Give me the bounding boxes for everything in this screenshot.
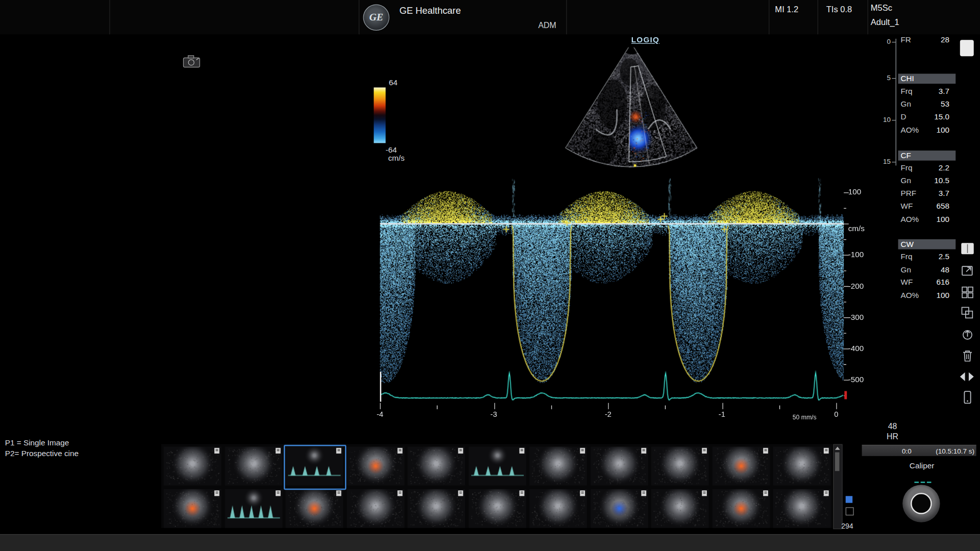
image-store-icon[interactable] (183, 55, 202, 69)
sweep-speed-label: 50 mm/s (793, 414, 817, 420)
trackball-mode-label: Caliper (894, 462, 950, 471)
clipboard-count: 294 (841, 522, 853, 530)
param-row: PRF 3.7 (900, 189, 949, 199)
probe-name: M5Sc (871, 3, 892, 12)
param-label: Gn (900, 176, 911, 186)
x-tick-label: -3 (486, 410, 501, 418)
param-row: AO% 100 (900, 215, 949, 225)
depth-tick (892, 120, 895, 120)
copy-transfer-button[interactable] (960, 306, 975, 320)
depth-ruler (896, 39, 896, 166)
param-label: AO% (900, 126, 919, 136)
param-row: AO% 100 (900, 126, 949, 136)
param-label: WF (900, 278, 913, 288)
param-row: Frq 3.7 (900, 87, 949, 97)
scrollbar-up-arrow-icon[interactable] (835, 447, 840, 450)
topbar-separator (109, 0, 110, 34)
topbar-separator (868, 0, 868, 34)
hr-label: HR (880, 432, 905, 441)
trackball-center (911, 493, 932, 514)
param-label: Frq (900, 164, 912, 174)
param-value: 48 (941, 265, 949, 276)
topbar-separator (818, 0, 818, 34)
x-tick-label: -4 (373, 410, 387, 418)
brand-title: GE Healthcare (399, 5, 460, 16)
topbar-separator (566, 0, 567, 34)
param-row: Frq 2.5 (900, 253, 949, 263)
trash-button[interactable] (960, 348, 975, 363)
param-value: 100 (936, 215, 949, 225)
phone-device-button[interactable] (960, 390, 975, 405)
param-row: D 15.0 (900, 112, 949, 122)
page-indicator[interactable] (846, 507, 854, 515)
frame-rate-row: FR 28 (900, 36, 949, 46)
selected-thumbnail-frame[interactable] (284, 445, 346, 490)
thumbnail-scrollbar[interactable] (833, 444, 842, 530)
operator-id: ADM (494, 20, 556, 30)
param-row: Gn 53 (900, 100, 949, 110)
section-header-chi: CHI (898, 73, 956, 84)
x-tick-label: -1 (715, 410, 729, 418)
y-tick-label: -300 (848, 313, 864, 321)
thumbnail-strip[interactable] (161, 444, 832, 528)
param-label: Frq (900, 253, 912, 263)
top-bar: GE GE Healthcare ADM MI 1.2 TIs 0.8 M5Sc… (0, 0, 980, 34)
ge-monogram-text: GE (370, 12, 383, 23)
logiq-logo: LOGIQ (631, 36, 659, 44)
image-preview-button[interactable] (960, 40, 974, 56)
y-tick-label: 100 (848, 187, 862, 196)
param-row: Gn 48 (900, 265, 949, 276)
colorbar-unit: cm/s (388, 154, 404, 163)
depth-tick (892, 78, 895, 79)
ultrasound-screen: GE GE Healthcare ADM MI 1.2 TIs 0.8 M5Sc… (0, 0, 980, 551)
param-label: D (900, 112, 906, 122)
topbar-separator (769, 0, 769, 34)
depth-label: 15 (877, 158, 891, 165)
param-value: 616 (936, 278, 949, 288)
colorbar-max: 64 (389, 79, 398, 87)
scrollbar-thumb[interactable] (835, 453, 840, 471)
fr-value: 28 (941, 36, 949, 46)
export-arrow-button[interactable] (960, 263, 975, 278)
preset-name: Adult_1 (871, 17, 899, 27)
depth-label: 10 (877, 116, 891, 123)
param-value: 3.7 (939, 189, 949, 199)
section-header-cf: CF (898, 151, 956, 161)
cine-progress-bar[interactable]: 0:0 (10.5:10.7 s) (862, 445, 976, 456)
2d-echo-image (559, 36, 703, 170)
param-value: 15.0 (934, 112, 949, 122)
depth-tick (892, 162, 895, 162)
param-label: Gn (900, 100, 911, 110)
param-value: 2.5 (939, 253, 949, 263)
spectral-doppler-display (380, 178, 855, 411)
param-row: AO% 100 (900, 291, 949, 302)
param-value: 3.7 (939, 87, 949, 97)
x-tick-label: -2 (601, 410, 616, 418)
hr-value: 48 (880, 422, 905, 432)
param-label: Gn (900, 265, 911, 276)
param-value: 100 (936, 291, 949, 302)
y-axis-unit: cm/s (848, 224, 865, 233)
archive-export-button[interactable] (960, 327, 975, 341)
param-label: WF (900, 202, 913, 212)
y-tick-label: -200 (848, 282, 864, 290)
trackball-indicator[interactable] (902, 485, 940, 522)
depth-label: 0 (877, 37, 891, 45)
y-tick-label: -100 (848, 251, 864, 259)
param-row: WF 616 (900, 278, 949, 288)
x-tick-label: 0 (829, 410, 844, 418)
topbar-separator (359, 0, 359, 34)
quad-screen-button[interactable] (960, 285, 975, 299)
prev-next-buttons[interactable] (958, 369, 976, 384)
layout-split-button[interactable] (960, 241, 975, 256)
param-label: Frq (900, 87, 912, 97)
page-indicator-active[interactable] (846, 496, 852, 503)
section-header-cw: CW (898, 239, 956, 249)
param-value: 10.5 (934, 176, 949, 186)
p1-note: P1 = Single Image (5, 439, 69, 448)
param-row: WF 658 (900, 202, 949, 212)
param-label: AO% (900, 215, 919, 225)
param-label: AO% (900, 291, 919, 302)
param-value: 53 (941, 100, 949, 110)
param-row: Frq 2.2 (900, 164, 949, 174)
